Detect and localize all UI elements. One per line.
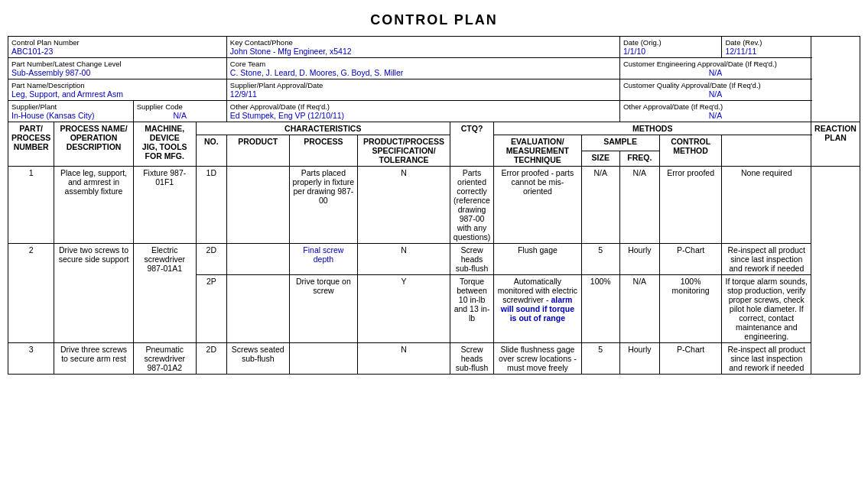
row3-control-method: P-Chart bbox=[659, 343, 722, 375]
row3-part-number: 3 bbox=[8, 343, 54, 375]
row2a-ctq: N bbox=[358, 244, 450, 275]
date-rev-label: Date (Rev.) bbox=[725, 38, 808, 47]
row3-evaluation: Slide flushness gage over screw location… bbox=[494, 343, 581, 375]
other-approval2-value: N/A bbox=[623, 111, 808, 120]
table-row: 2 Drive two screws to secure side suppor… bbox=[8, 244, 860, 275]
row2a-product-spec: Screw heads sub-flush bbox=[450, 244, 493, 275]
cust-quality-value: N/A bbox=[623, 89, 808, 99]
row1-reaction-plan: None required bbox=[722, 167, 811, 244]
row3-product: Screws seated sub-flush bbox=[226, 343, 289, 375]
cust-quality-label: Customer Quality Approval/Date (If Req'd… bbox=[623, 81, 808, 89]
row2b-product-spec: Torque between 10 in-lb and 13 in-lb bbox=[450, 275, 493, 343]
table-row: 3 Drive three screws to secure arm rest … bbox=[8, 343, 860, 375]
part-name-value: Leg, Support, and Armrest Asm bbox=[11, 89, 223, 99]
col-characteristics: CHARACTERISTICS bbox=[196, 122, 450, 135]
header-row-4: Supplier/Plant In-House (Kansas City) Su… bbox=[8, 101, 860, 122]
cust-eng-label: Customer Engineering Approval/Date (If R… bbox=[623, 60, 808, 68]
date-orig-value: 1/1/10 bbox=[623, 47, 718, 56]
row2a-no: 2D bbox=[196, 244, 226, 275]
row3-size: 5 bbox=[581, 343, 619, 375]
col-machine: MACHINE,DEVICEJIG, TOOLSFOR MFG. bbox=[133, 122, 196, 167]
other-approval-label: Other Approval/Date (If Req'd.) bbox=[230, 102, 616, 111]
row2b-no: 2P bbox=[196, 275, 226, 343]
row1-product-spec: Parts oriented correctly (reference draw… bbox=[450, 167, 493, 244]
row2b-control-method: 100% monitoring bbox=[659, 275, 722, 343]
col-freq: FREQ. bbox=[619, 151, 659, 167]
col-process-name: PROCESS NAME/OPERATIONDESCRIPTION bbox=[54, 122, 133, 167]
row1-size: N/A bbox=[581, 167, 619, 244]
part-number-label: Part Number/Latest Change Level bbox=[11, 60, 223, 68]
cust-eng-value: N/A bbox=[623, 68, 808, 77]
row3-no: 2D bbox=[196, 343, 226, 375]
row1-part-number: 1 bbox=[8, 167, 54, 244]
other-approval2-label: Other Approval/Date (If Req'd.) bbox=[623, 102, 808, 111]
core-team-label: Core Team bbox=[230, 60, 616, 68]
row1-ctq: N bbox=[358, 167, 450, 244]
col-size: SIZE bbox=[581, 151, 619, 167]
row3-ctq: N bbox=[358, 343, 450, 375]
table-row: 1 Place leg, support, and armrest in ass… bbox=[8, 167, 860, 244]
row1-evaluation: Error proofed - parts cannot be mis-orie… bbox=[494, 167, 581, 244]
other-approval-value: Ed Stumpek, Eng VP (12/10/11) bbox=[230, 111, 616, 120]
supplier-plant-label: Supplier/Plant bbox=[11, 102, 130, 111]
row2b-evaluation-bold: alarm will sound if torque is out of ran… bbox=[501, 295, 574, 323]
row2a-process: Final screw depth bbox=[289, 244, 358, 275]
row1-process-name: Place leg, support, and armrest in assem… bbox=[54, 167, 133, 244]
row2a-product bbox=[226, 244, 289, 275]
row1-no: 1D bbox=[196, 167, 226, 244]
supplier-plant-approval-label: Supplier/Plant Approval/Date bbox=[230, 81, 616, 89]
control-plan-number-label: Control Plan Number bbox=[11, 38, 223, 47]
row1-process: Parts placed properly in fixture per dra… bbox=[289, 167, 358, 244]
col-header-row-1: PART/PROCESSNUMBER PROCESS NAME/OPERATIO… bbox=[8, 122, 860, 135]
key-contact-value: John Stone - Mfg Engineer, x5412 bbox=[230, 47, 616, 56]
row2a-freq: Hourly bbox=[619, 244, 659, 275]
header-row-2: Part Number/Latest Change Level Sub-Asse… bbox=[8, 58, 860, 79]
col-product-spec: PRODUCT/PROCESSSPECIFICATION/TOLERANCE bbox=[358, 135, 450, 167]
control-plan-number-value: ABC101-23 bbox=[11, 47, 223, 56]
supplier-plant-approval-value: 12/9/11 bbox=[230, 89, 616, 99]
supplier-plant-value: In-House (Kansas City) bbox=[11, 111, 130, 120]
row3-process bbox=[289, 343, 358, 375]
col-reaction-plan: REACTIONPLAN bbox=[811, 122, 860, 167]
core-team-value: C. Stone, J. Leard, D. Moores, G. Boyd, … bbox=[230, 68, 616, 77]
row2-part-number: 2 bbox=[8, 244, 54, 343]
key-contact-label: Key Contact/Phone bbox=[230, 38, 616, 47]
row2b-product bbox=[226, 275, 289, 343]
row2b-process: Drive torque on screw bbox=[289, 275, 358, 343]
row2a-size: 5 bbox=[581, 244, 619, 275]
row3-machine: Pneumatic screwdriver 987-01A2 bbox=[133, 343, 196, 375]
row3-process-name: Drive three screws to secure arm rest bbox=[54, 343, 133, 375]
header-row-1: Control Plan Number ABC101-23 Key Contac… bbox=[8, 37, 860, 58]
col-part-process: PART/PROCESSNUMBER bbox=[8, 122, 54, 167]
row1-control-method: Error proofed bbox=[659, 167, 722, 244]
col-ctq: CTQ? bbox=[450, 122, 493, 167]
row2a-reaction-plan: Re-inspect all product since last inspec… bbox=[722, 244, 811, 275]
part-number-value: Sub-Assembly 987-00 bbox=[11, 68, 223, 77]
col-evaluation: EVALUATION/MEASUREMENTTECHNIQUE bbox=[494, 135, 581, 167]
header-row-3: Part Name/Description Leg, Support, and … bbox=[8, 79, 860, 101]
col-sample: SAMPLE bbox=[581, 135, 659, 151]
col-control-method: CONTROLMETHOD bbox=[659, 135, 722, 167]
col-process: PROCESS bbox=[289, 135, 358, 167]
row2a-evaluation: Flush gage bbox=[494, 244, 581, 275]
part-name-label: Part Name/Description bbox=[11, 81, 223, 89]
row2b-freq: N/A bbox=[619, 275, 659, 343]
page: CONTROL PLAN Control Plan Number ABC101-… bbox=[0, 0, 868, 381]
row1-product bbox=[226, 167, 289, 244]
row3-freq: Hourly bbox=[619, 343, 659, 375]
col-no: NO. bbox=[196, 135, 226, 167]
date-rev-value: 12/11/11 bbox=[725, 47, 808, 56]
row2b-size: 100% bbox=[581, 275, 619, 343]
page-title: CONTROL PLAN bbox=[8, 6, 860, 36]
row2a-control-method: P-Chart bbox=[659, 244, 722, 275]
row1-machine: Fixture 987-01F1 bbox=[133, 167, 196, 244]
supplier-code-value: N/A bbox=[137, 111, 223, 120]
row1-freq: N/A bbox=[619, 167, 659, 244]
row2b-ctq: Y bbox=[358, 275, 450, 343]
col-product: PRODUCT bbox=[226, 135, 289, 167]
row3-product-spec: Screw heads sub-flush bbox=[450, 343, 493, 375]
col-methods: METHODS bbox=[494, 122, 811, 135]
row2b-evaluation: Automatically monitored with electric sc… bbox=[494, 275, 581, 343]
row2b-reaction-plan: If torque alarm sounds, stop production,… bbox=[722, 275, 811, 343]
row3-reaction-plan: Re-inspect all product since last inspec… bbox=[722, 343, 811, 375]
